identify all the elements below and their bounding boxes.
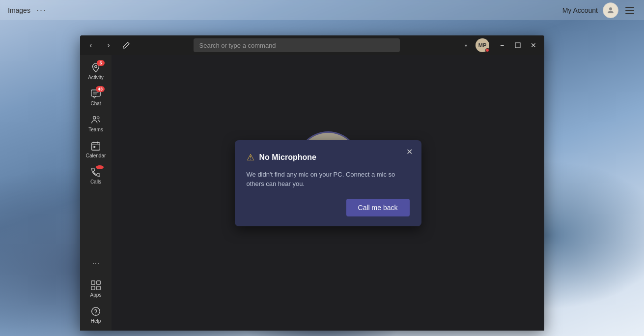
taskbar-images-label[interactable]: Images — [8, 6, 30, 14]
sidebar-item-apps[interactable]: Apps — [83, 276, 109, 301]
window-controls: − ✕ — [495, 38, 540, 52]
svg-point-2 — [95, 65, 97, 68]
svg-point-7 — [97, 117, 99, 119]
calls-badge — [96, 165, 104, 169]
help-label: Help — [91, 318, 101, 324]
teams-main: 5 Activity 43 Chat — [80, 55, 544, 331]
activity-badge: 5 — [97, 60, 105, 66]
calls-label: Calls — [90, 179, 101, 184]
teams-label: Teams — [88, 127, 103, 132]
sidebar-item-chat[interactable]: 43 Chat — [83, 85, 109, 109]
svg-rect-12 — [93, 146, 95, 148]
taskbar-more-options[interactable]: ··· — [36, 5, 47, 15]
svg-rect-8 — [92, 143, 100, 151]
activity-label: Activity — [88, 75, 104, 80]
compose-icon[interactable] — [119, 38, 133, 52]
activity-icon: 5 — [90, 62, 102, 74]
chat-icon: 43 — [90, 88, 102, 100]
search-placeholder: Search or type a command — [199, 42, 276, 49]
chat-badge: 43 — [96, 86, 105, 92]
chat-label: Chat — [90, 101, 101, 106]
dialog-body-text: We didn't find any mic on your PC. Conne… — [247, 170, 410, 189]
avatar-initials: MP — [478, 42, 487, 48]
svg-point-6 — [93, 117, 96, 120]
content-area: ✕ ⚠ No Microphone We didn't find any mic… — [112, 55, 544, 331]
my-account-avatar[interactable] — [603, 2, 618, 18]
svg-point-0 — [609, 7, 612, 10]
taskbar: Images ··· My Account — [0, 0, 644, 20]
close-button[interactable]: ✕ — [527, 38, 540, 52]
minimize-button[interactable]: − — [495, 38, 509, 52]
forward-button[interactable]: › — [102, 38, 115, 52]
svg-rect-1 — [515, 43, 520, 48]
dialog-overlay: ✕ ⚠ No Microphone We didn't find any mic… — [112, 55, 544, 331]
title-bar: ‹ › Search or type a command ▾ MP − ✕ — [80, 35, 544, 55]
no-microphone-dialog: ✕ ⚠ No Microphone We didn't find any mic… — [235, 140, 421, 226]
sidebar-item-calls[interactable]: Calls — [83, 163, 109, 187]
svg-rect-15 — [91, 286, 95, 290]
teams-icon — [90, 114, 102, 126]
svg-rect-14 — [97, 281, 100, 284]
dialog-title: ⚠ No Microphone — [247, 152, 410, 163]
sidebar-item-teams[interactable]: Teams — [83, 111, 109, 135]
warning-icon: ⚠ — [247, 152, 254, 163]
calendar-label: Calendar — [86, 153, 106, 158]
apps-icon — [90, 279, 102, 291]
dialog-actions: Call me back — [247, 199, 410, 216]
apps-label: Apps — [90, 292, 102, 298]
taskbar-right: My Account — [562, 2, 636, 18]
user-avatar-button[interactable]: MP — [476, 38, 489, 52]
calls-icon — [90, 166, 102, 178]
sidebar-item-activity[interactable]: 5 Activity — [83, 59, 109, 83]
taskbar-menu-button[interactable] — [623, 5, 636, 16]
more-icon: ··· — [89, 255, 102, 272]
sidebar-item-calendar[interactable]: Calendar — [83, 137, 109, 161]
call-me-back-button[interactable]: Call me back — [346, 199, 410, 216]
search-dropdown-icon[interactable]: ▾ — [460, 38, 472, 52]
taskbar-left: Images ··· — [8, 5, 47, 15]
sidebar-item-more[interactable]: ··· — [83, 252, 109, 275]
avatar-status-indicator — [485, 48, 489, 52]
search-bar[interactable]: Search or type a command — [194, 38, 400, 52]
svg-rect-16 — [97, 286, 100, 290]
back-button[interactable]: ‹ — [84, 38, 98, 52]
restore-button[interactable] — [511, 38, 525, 52]
dialog-close-button[interactable]: ✕ — [404, 146, 416, 158]
my-account-label[interactable]: My Account — [562, 6, 598, 14]
svg-rect-13 — [91, 281, 95, 284]
teams-window: ‹ › Search or type a command ▾ MP − ✕ — [80, 35, 544, 331]
svg-point-18 — [95, 314, 96, 314]
sidebar: 5 Activity 43 Chat — [80, 55, 112, 331]
sidebar-item-help[interactable]: Help — [83, 303, 109, 327]
calendar-icon — [90, 140, 102, 152]
help-icon — [90, 305, 102, 317]
dialog-title-text: No Microphone — [259, 153, 316, 162]
